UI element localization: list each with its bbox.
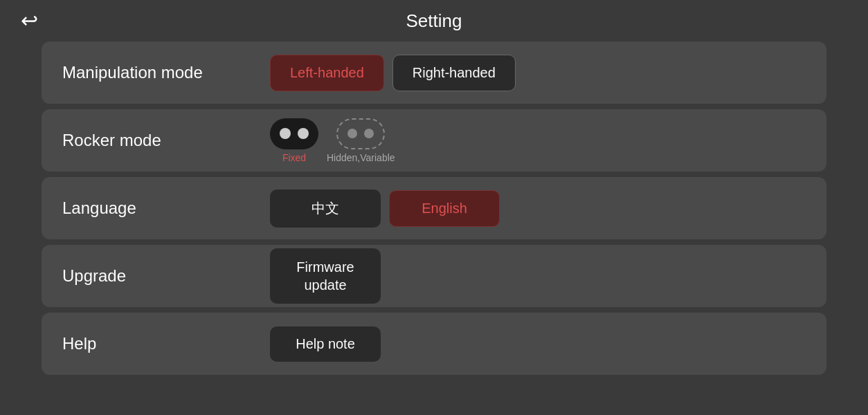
firmware-update-button[interactable]: Firmwareupdate — [270, 248, 381, 304]
manipulation-mode-controls: Left-handed Right-handed — [270, 55, 516, 91]
upgrade-label: Upgrade — [62, 266, 270, 286]
language-row: Language 中文 English — [42, 177, 826, 239]
rocker-mode-controls: Fixed Hidden,Variable — [270, 118, 395, 163]
rocker-dot-left — [280, 128, 291, 139]
manipulation-mode-label: Manipulation mode — [62, 63, 270, 82]
header: ↩ Setting — [0, 0, 868, 42]
language-controls: 中文 English — [270, 190, 500, 228]
right-handed-button[interactable]: Right-handed — [392, 55, 516, 91]
manipulation-mode-row: Manipulation mode Left-handed Right-hand… — [42, 42, 826, 104]
rocker-mode-label: Rocker mode — [62, 131, 270, 150]
left-handed-button[interactable]: Left-handed — [270, 55, 384, 91]
rocker-mode-row: Rocker mode Fixed Hidden,Variable — [42, 109, 826, 172]
rocker-fixed-label: Fixed — [282, 152, 306, 163]
upgrade-row: Upgrade Firmwareupdate — [42, 245, 826, 307]
rocker-hidden-dot-left — [347, 129, 357, 138]
upgrade-controls: Firmwareupdate — [270, 248, 381, 304]
rocker-fixed-option[interactable]: Fixed — [270, 118, 318, 163]
chinese-button[interactable]: 中文 — [270, 190, 381, 228]
page-title: Setting — [406, 10, 462, 32]
help-note-button[interactable]: Help note — [270, 326, 381, 362]
english-button[interactable]: English — [389, 190, 500, 227]
rocker-hidden-dot-right — [364, 129, 374, 138]
rocker-fixed-icon — [270, 118, 318, 149]
rocker-hidden-icon — [336, 118, 385, 149]
help-row: Help Help note — [42, 313, 826, 375]
back-arrow-icon: ↩ — [21, 10, 38, 31]
help-controls: Help note — [270, 326, 381, 362]
back-button[interactable]: ↩ — [14, 6, 44, 36]
settings-container: Manipulation mode Left-handed Right-hand… — [0, 42, 868, 375]
language-label: Language — [62, 199, 270, 218]
help-label: Help — [62, 334, 270, 353]
rocker-dot-right — [298, 128, 309, 139]
rocker-hidden-option[interactable]: Hidden,Variable — [327, 118, 395, 163]
rocker-hidden-label: Hidden,Variable — [327, 152, 395, 163]
